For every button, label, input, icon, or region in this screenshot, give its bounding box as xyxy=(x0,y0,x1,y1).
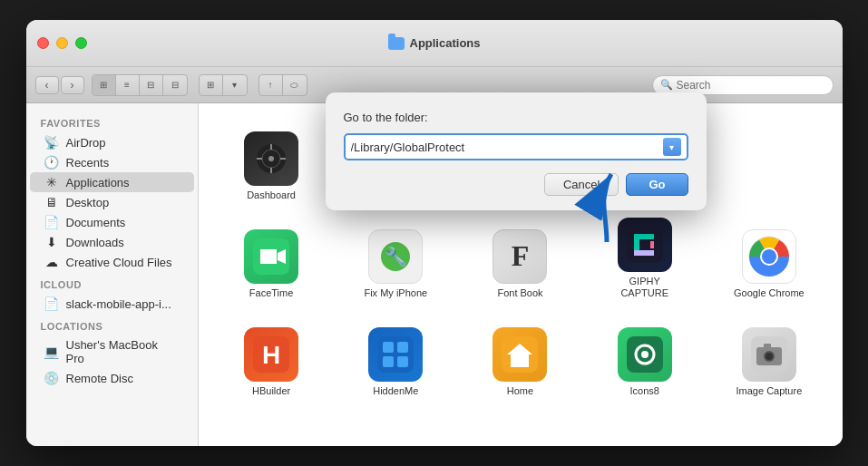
finder-window: Applications ‹ › ⊞ ≡ ⊟ ⊟ ⊞ ▾ ↑ ⬭ 🔍 xyxy=(26,20,843,446)
dropdown-button[interactable]: ▾ xyxy=(663,138,681,156)
go-button[interactable]: Go xyxy=(626,173,688,196)
goto-folder-dialog: Go to the folder: ▾ Cancel Go xyxy=(326,92,707,210)
dialog-buttons: Cancel Go xyxy=(344,173,688,196)
cancel-button[interactable]: Cancel xyxy=(544,173,619,196)
folder-path-input[interactable] xyxy=(351,141,663,154)
dialog-input-row[interactable]: ▾ xyxy=(344,133,688,160)
dialog-overlay: Go to the folder: ▾ Cancel Go xyxy=(26,20,843,446)
dialog-title: Go to the folder: xyxy=(344,111,688,124)
